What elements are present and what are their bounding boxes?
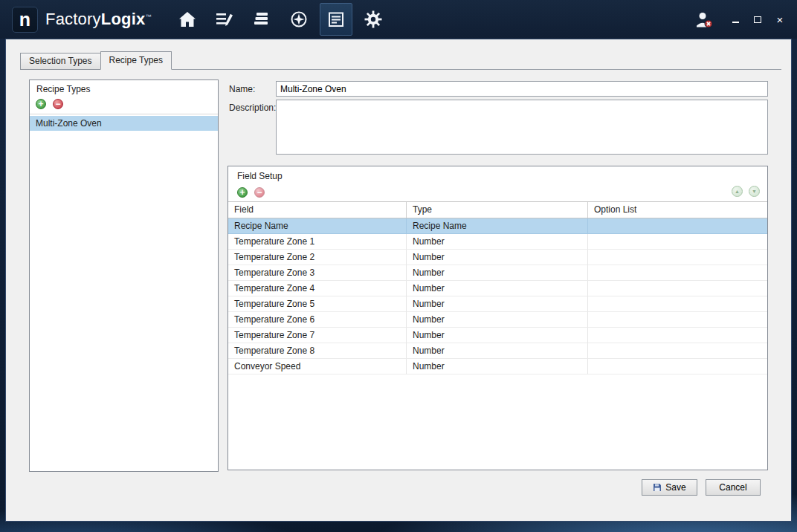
table-row[interactable]: Temperature Zone 2Number — [228, 250, 767, 265]
field-cell[interactable]: Temperature Zone 5 — [228, 296, 407, 312]
move-up-icon[interactable]: ▲ — [732, 186, 743, 197]
nav-home[interactable] — [171, 3, 204, 36]
target-icon — [289, 10, 309, 29]
app-window: n FactoryLogix™ — [0, 0, 797, 532]
tab-recipe-types[interactable]: Recipe Types — [100, 51, 172, 70]
document-icon — [326, 10, 346, 29]
field-cell[interactable]: Temperature Zone 8 — [228, 343, 407, 359]
edit-list-icon — [215, 10, 234, 29]
field-cell[interactable]: Temperature Zone 3 — [228, 265, 407, 281]
field-cell[interactable]: Temperature Zone 6 — [228, 312, 407, 328]
field-cell[interactable]: Conveyor Speed — [228, 359, 407, 374]
type-cell[interactable]: Number — [407, 312, 588, 328]
table-row[interactable]: Temperature Zone 7Number — [228, 328, 767, 343]
save-button[interactable]: Save — [642, 479, 697, 496]
option-list-cell[interactable] — [588, 234, 767, 250]
save-button-label: Save — [665, 482, 685, 493]
cancel-button[interactable]: Cancel — [706, 479, 761, 496]
logo-letter: n — [19, 10, 30, 29]
titlebar: n FactoryLogix™ — [0, 0, 797, 39]
save-icon — [653, 483, 662, 492]
minimize-icon[interactable] — [730, 14, 740, 25]
cancel-button-label: Cancel — [719, 482, 746, 493]
field-cell[interactable]: Temperature Zone 2 — [228, 250, 407, 265]
field-setup-panel: Field Setup + − ▲ ▼ Field Type Option Li… — [228, 166, 768, 470]
field-setup-title: Field Setup — [228, 166, 767, 184]
option-list-cell[interactable] — [588, 281, 767, 296]
column-header-type[interactable]: Type — [407, 202, 588, 218]
option-list-cell[interactable] — [588, 296, 767, 312]
name-label: Name: — [229, 84, 255, 94]
stack-icon — [252, 10, 271, 29]
column-header-field[interactable]: Field — [228, 202, 407, 218]
type-cell[interactable]: Number — [407, 359, 588, 374]
list-item[interactable]: Multi-Zone Oven — [30, 116, 218, 131]
type-cell[interactable]: Number — [407, 265, 588, 281]
field-cell[interactable]: Temperature Zone 1 — [228, 234, 407, 250]
option-list-cell[interactable] — [588, 343, 767, 359]
app-title: FactoryLogix™ — [45, 10, 152, 29]
column-header-option-list[interactable]: Option List — [588, 202, 767, 218]
move-down-icon[interactable]: ▼ — [749, 186, 760, 197]
nav-settings[interactable] — [357, 3, 390, 36]
nav-edit-list[interactable] — [208, 3, 241, 36]
field-table-body: Recipe NameRecipe NameTemperature Zone 1… — [228, 218, 767, 374]
nav-materials[interactable] — [245, 3, 278, 36]
gear-icon — [364, 10, 383, 29]
remove-field-icon[interactable]: − — [254, 187, 265, 198]
table-row[interactable]: Temperature Zone 4Number — [228, 281, 767, 296]
close-icon[interactable]: × — [775, 14, 785, 25]
type-cell[interactable]: Number — [407, 343, 588, 359]
description-input[interactable] — [276, 100, 768, 155]
home-icon — [178, 10, 197, 29]
type-cell[interactable]: Number — [407, 328, 588, 343]
table-row[interactable]: Temperature Zone 8Number — [228, 343, 767, 359]
trademark: ™ — [145, 13, 151, 20]
table-row[interactable]: Temperature Zone 1Number — [228, 234, 767, 250]
recipe-types-toolbar: + − — [30, 97, 218, 114]
remove-recipe-type-icon[interactable]: − — [53, 99, 63, 109]
nav-documents[interactable] — [320, 3, 352, 36]
field-table-header: Field Type Option List — [228, 201, 767, 218]
field-cell[interactable]: Temperature Zone 4 — [228, 281, 407, 296]
table-row[interactable]: Recipe NameRecipe Name — [228, 218, 767, 234]
option-list-cell[interactable] — [588, 328, 767, 343]
type-cell[interactable]: Recipe Name — [407, 218, 588, 234]
type-cell[interactable]: Number — [407, 296, 588, 312]
type-cell[interactable]: Number — [407, 281, 588, 296]
tab-selection-types[interactable]: Selection Types — [20, 53, 101, 70]
type-cell[interactable]: Number — [407, 234, 588, 250]
recipe-types-panel: Recipe Types + − Multi-Zone Oven — [29, 80, 219, 472]
user-logout-icon[interactable] — [694, 10, 714, 29]
add-recipe-type-icon[interactable]: + — [36, 99, 46, 109]
window-controls: × — [730, 14, 785, 25]
table-row[interactable]: Temperature Zone 5Number — [228, 296, 767, 312]
option-list-cell[interactable] — [588, 250, 767, 265]
tabstrip: Selection Types Recipe Types — [20, 51, 781, 70]
recipe-types-list: Multi-Zone Oven — [30, 114, 218, 131]
reorder-buttons: ▲ ▼ — [732, 186, 760, 197]
option-list-cell[interactable] — [588, 359, 767, 374]
type-cell[interactable]: Number — [407, 250, 588, 265]
option-list-cell[interactable] — [588, 265, 767, 281]
nav-production[interactable] — [283, 3, 315, 36]
titlebar-right: × — [694, 10, 785, 29]
name-input[interactable] — [276, 81, 768, 97]
option-list-cell[interactable] — [588, 218, 767, 234]
option-list-cell[interactable] — [588, 312, 767, 328]
table-row[interactable]: Temperature Zone 3Number — [228, 265, 767, 281]
content-area: Selection Types Recipe Types Recipe Type… — [5, 39, 792, 522]
field-setup-toolbar: + − ▲ ▼ — [228, 184, 767, 201]
field-cell[interactable]: Temperature Zone 7 — [228, 328, 407, 343]
maximize-icon[interactable] — [752, 14, 763, 25]
main-nav — [171, 3, 390, 36]
field-cell[interactable]: Recipe Name — [228, 218, 407, 234]
factorylogix-logo: n — [12, 7, 38, 33]
add-field-icon[interactable]: + — [237, 187, 248, 198]
recipe-types-panel-title: Recipe Types — [30, 80, 218, 97]
description-label: Description: — [229, 103, 276, 113]
table-row[interactable]: Temperature Zone 6Number — [228, 312, 767, 328]
table-row[interactable]: Conveyor SpeedNumber — [228, 359, 767, 374]
